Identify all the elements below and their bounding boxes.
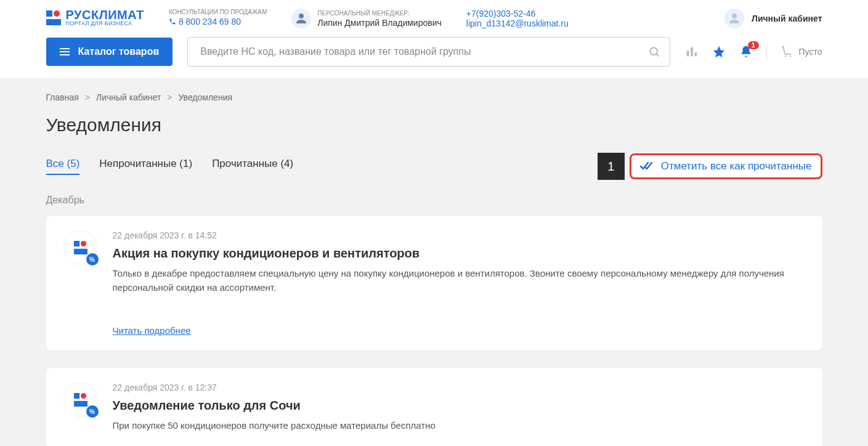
chart-icon [685, 45, 699, 59]
notifications-button[interactable]: 1 [739, 45, 753, 59]
cart-button[interactable]: Пусто [781, 45, 822, 59]
percent-badge-icon: % [86, 253, 99, 266]
notification-title: Уведомление только для Сочи [113, 399, 805, 413]
percent-badge-icon: % [86, 405, 99, 418]
logo-icon [74, 241, 87, 254]
breadcrumb: Главная > Личный кабинет > Уведомления [46, 92, 822, 102]
notification-date: 22 декабря 2023 г. в 14:52 [113, 230, 805, 240]
notification-icon: % [63, 383, 98, 417]
svg-point-1 [54, 10, 60, 17]
notif-badge: 1 [748, 41, 759, 49]
search-input[interactable] [187, 37, 670, 67]
logo-icon [46, 10, 61, 25]
star-icon [712, 45, 726, 59]
svg-point-11 [790, 55, 792, 57]
mark-all-read-button[interactable]: Отметить все как прочитанные [630, 153, 822, 179]
svg-rect-17 [74, 401, 87, 407]
tab-read[interactable]: Прочитанные (4) [212, 158, 293, 175]
svg-point-13 [81, 241, 86, 246]
svg-rect-7 [686, 51, 689, 56]
svg-rect-9 [694, 52, 697, 56]
stats-button[interactable] [685, 45, 699, 59]
account-avatar-icon [724, 9, 744, 28]
catalog-label: Каталог товаров [78, 46, 160, 57]
account-link[interactable]: Личный кабинет [724, 9, 822, 28]
phone-icon [169, 18, 176, 25]
breadcrumb-current: Уведомления [179, 92, 233, 102]
account-label: Личный кабинет [752, 14, 822, 23]
svg-point-10 [784, 55, 786, 57]
svg-rect-15 [74, 393, 79, 399]
search-button[interactable] [648, 46, 660, 58]
svg-rect-0 [46, 10, 52, 17]
divider [766, 44, 767, 59]
read-more-link[interactable]: Читать подробнее [113, 325, 805, 336]
notification-card: % 22 декабря 2023 г. в 14:52 Акция на по… [46, 216, 822, 351]
notification-date: 22 декабря 2023 г. в 12:37 [113, 383, 805, 392]
search-icon [648, 46, 660, 58]
manager-name: Липин Дмитрий Владимирович [317, 18, 442, 28]
logo[interactable]: РУСКЛИМАТ ПОРТАЛ ДЛЯ БИЗНЕСА [46, 9, 144, 26]
tab-all[interactable]: Все (5) [46, 158, 80, 175]
manager-label: ПЕРСОНАЛЬНЫЙ МЕНЕДЖЕР: [317, 10, 442, 17]
breadcrumb-account[interactable]: Личный кабинет [96, 92, 161, 102]
notification-text: Только в декабре предоставляем специальн… [113, 267, 805, 294]
svg-rect-14 [74, 249, 87, 254]
contact-block: +7(920)303-52-46 lipin_d13142@rusklimat.… [466, 9, 569, 28]
contact-phone-link[interactable]: +7(920)303-52-46 [466, 9, 569, 18]
breadcrumb-home[interactable]: Главная [46, 92, 79, 102]
contact-email-link[interactable]: lipin_d13142@rusklimat.ru [466, 18, 569, 28]
manager-block: ПЕРСОНАЛЬНЫЙ МЕНЕДЖЕР: Липин Дмитрий Вла… [291, 9, 442, 28]
svg-point-16 [81, 393, 86, 399]
catalog-button[interactable]: Каталог товаров [46, 38, 173, 66]
cart-label: Пусто [799, 47, 822, 57]
manager-avatar-icon [291, 9, 311, 28]
svg-line-6 [656, 54, 659, 56]
consult-label: КОНСУЛЬТАЦИИ ПО ПРОДАЖАМ [169, 9, 267, 15]
callout-number: 1 [598, 153, 625, 180]
svg-rect-12 [74, 241, 79, 246]
logo-title: РУСКЛИМАТ [66, 9, 144, 21]
svg-rect-2 [46, 19, 61, 25]
svg-rect-8 [691, 47, 693, 57]
notification-title: Акция на покупку кондиционеров и вентиля… [113, 246, 805, 261]
notification-icon: % [63, 230, 98, 265]
page-title: Уведомления [46, 115, 822, 136]
svg-point-4 [732, 14, 737, 18]
favorites-button[interactable] [712, 45, 726, 59]
chevron-right-icon: > [85, 92, 90, 102]
svg-point-5 [650, 47, 657, 55]
logo-subtitle: ПОРТАЛ ДЛЯ БИЗНЕСА [66, 21, 144, 26]
mark-all-read-label: Отметить все как прочитанные [661, 160, 812, 172]
double-check-icon [640, 161, 655, 171]
month-label: Декабрь [46, 195, 822, 206]
svg-point-3 [299, 14, 304, 18]
consult-block: КОНСУЛЬТАЦИИ ПО ПРОДАЖАМ 8 800 234 69 80 [169, 9, 267, 26]
cart-icon [781, 45, 794, 59]
consult-phone-link[interactable]: 8 800 234 69 80 [169, 17, 267, 26]
logo-icon [74, 393, 87, 407]
chevron-right-icon: > [167, 92, 172, 102]
notification-card: % 22 декабря 2023 г. в 12:37 Уведомление… [46, 368, 822, 446]
menu-icon [60, 48, 70, 55]
tab-unread[interactable]: Непрочитанные (1) [99, 158, 192, 175]
notification-text: При покупке 50 кондиционеров получите ра… [113, 419, 805, 433]
